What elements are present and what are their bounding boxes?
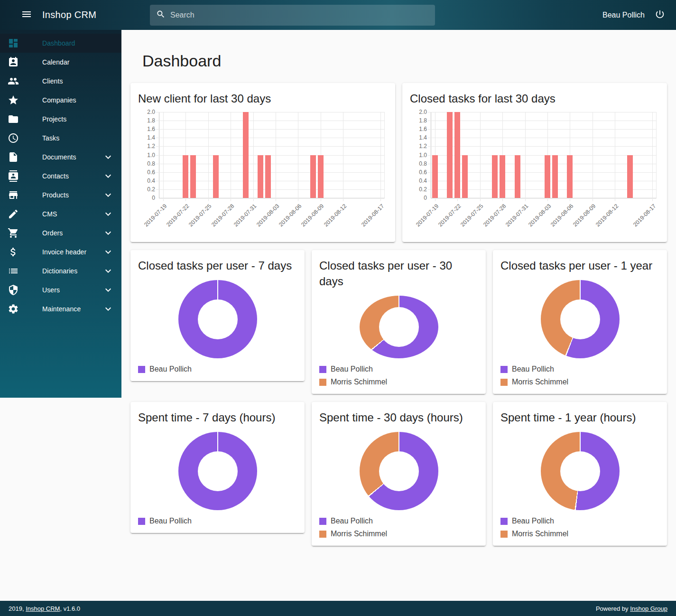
legend-item-morris-schimmel[interactable]: Morris Schimmel [319,378,478,386]
donut-hole [198,299,238,339]
bar [627,155,633,198]
legend-swatch [319,518,326,525]
y-axis-tick: 1.4 [419,135,427,140]
sidebar-item-tasks[interactable]: Tasks [0,129,121,148]
y-axis-tick: 0 [152,195,155,201]
x-axis-tick: 2019-08-06 [549,203,574,228]
x-axis-tick: 2019-08-09 [572,203,597,228]
y-axis-tick: 1.8 [147,118,155,123]
donut-chart [178,432,257,510]
legend-swatch [500,531,508,538]
y-axis-tick: 1.0 [419,152,427,158]
charts-row-3: Spent time - 7 days (hours)Beau PollichS… [130,402,667,546]
sidebar-item-invoice-header[interactable]: Invoice header [0,243,121,261]
y-axis-tick: 2.0 [419,109,427,115]
sidebar-item-users[interactable]: Users [0,280,121,299]
footer-version: 2019, Inshop CRM, v1.6.0 [9,605,80,612]
chart-title: New client for last 30 days [138,91,388,106]
chart-legend: Beau Pollich [138,510,297,525]
chart-title: Closed tasks per user - 1 year [500,258,659,273]
y-axis-tick: 1.2 [419,143,427,149]
donut-hole [560,451,600,491]
bar [545,155,550,198]
sidebar-item-calendar[interactable]: Calendar [0,53,121,72]
y-axis-tick: 0.8 [147,161,155,167]
chevron-down-icon [102,303,114,315]
chart-card: Closed tasks per user - 7 daysBeau Polli… [130,250,305,381]
y-axis-tick: 2.0 [147,109,155,115]
logout-button[interactable] [651,7,668,24]
chart-card: Closed tasks per user - 30 daysBeau Poll… [312,250,486,394]
x-axis-tick: 2019-08-06 [278,203,303,228]
chart-title: Closed tasks per user - 7 days [138,258,297,273]
legend-item-morris-schimmel[interactable]: Morris Schimmel [500,530,659,538]
y-axis-tick: 0.4 [419,178,427,184]
legend-item-beau-pollich[interactable]: Beau Pollich [319,517,478,525]
menu-button[interactable] [15,4,38,27]
sidebar-item-label: Dashboard [42,39,75,47]
legend-swatch [500,366,508,373]
legend-swatch [319,531,326,538]
legend-item-beau-pollich[interactable]: Beau Pollich [500,365,659,373]
dashboard-icon [8,37,19,49]
x-axis-tick: 2019-08-03 [255,203,280,228]
sidebar-item-products[interactable]: Products [0,186,121,205]
sidebar-item-companies[interactable]: Companies [0,91,121,110]
donut-hole [379,307,419,347]
sidebar-item-cms[interactable]: CMS [0,205,121,224]
footer-text: , v1.6.0 [60,605,80,612]
x-axis-tick: 2019-07-28 [482,203,507,228]
bar [243,112,249,198]
sidebar-item-label: CMS [42,210,57,218]
x-axis-tick: 2019-08-12 [323,203,348,228]
x-axis-tick: 2019-07-19 [414,203,439,228]
legend-item-beau-pollich[interactable]: Beau Pollich [138,517,297,525]
legend-item-beau-pollich[interactable]: Beau Pollich [500,517,659,525]
charts-row-2: Closed tasks per user - 7 daysBeau Polli… [130,250,667,394]
search-icon [156,9,166,21]
legend-label: Morris Schimmel [331,378,387,386]
bar [500,155,505,198]
sidebar-item-dictionaries[interactable]: Dictionaries [0,261,121,280]
footer-powered-by: Powered by Inshop Group [596,605,667,612]
sidebar-item-label: Contacts [42,172,69,180]
sidebar-item-projects[interactable]: Projects [0,110,121,129]
legend-item-morris-schimmel[interactable]: Morris Schimmel [319,530,478,538]
sidebar-item-clients[interactable]: Clients [0,72,121,91]
y-axis-tick: 0.2 [147,187,155,192]
legend-item-beau-pollich[interactable]: Beau Pollich [138,365,297,373]
x-axis-tick: 2019-08-17 [360,203,385,228]
x-axis-tick: 2019-07-28 [210,203,235,228]
legend-swatch [319,379,326,386]
chart-card: Spent time - 30 days (hours)Beau Pollich… [312,402,486,546]
legend-label: Morris Schimmel [512,378,568,386]
x-axis-tick: 2019-07-22 [165,203,190,228]
legend-item-morris-schimmel[interactable]: Morris Schimmel [500,378,659,386]
search-box[interactable] [150,5,435,26]
sidebar: DashboardCalendarClientsCompaniesProject… [0,30,121,398]
legend-item-beau-pollich[interactable]: Beau Pollich [319,365,478,373]
y-axis-tick: 1.0 [147,152,155,158]
tasks-icon [8,132,19,144]
sidebar-item-maintenance[interactable]: Maintenance [0,299,121,318]
inshop-group-link[interactable]: Inshop Group [630,605,667,612]
chart-legend: Beau PollichMorris Schimmel [319,510,478,538]
x-axis-tick: 2019-08-09 [300,203,325,228]
legend-swatch [500,379,508,386]
chart-legend: Beau PollichMorris Schimmel [500,510,659,538]
sidebar-item-documents[interactable]: Documents [0,148,121,167]
y-axis-tick: 0.8 [419,161,427,167]
sidebar-item-label: Projects [42,115,66,123]
sidebar-item-dashboard[interactable]: Dashboard [0,34,121,53]
footer: 2019, Inshop CRM, v1.6.0 Powered by Insh… [0,601,676,616]
legend-label: Beau Pollich [512,365,554,373]
sidebar-item-contacts[interactable]: Contacts [0,167,121,186]
inshop-crm-link[interactable]: Inshop CRM [26,605,60,612]
sidebar-item-label: Tasks [42,134,59,142]
search-input[interactable] [169,10,429,20]
dictionaries-icon [8,265,19,277]
sidebar-item-orders[interactable]: Orders [0,224,121,243]
y-axis-tick: 0 [424,195,427,201]
bar [515,155,520,198]
bar [190,155,196,198]
